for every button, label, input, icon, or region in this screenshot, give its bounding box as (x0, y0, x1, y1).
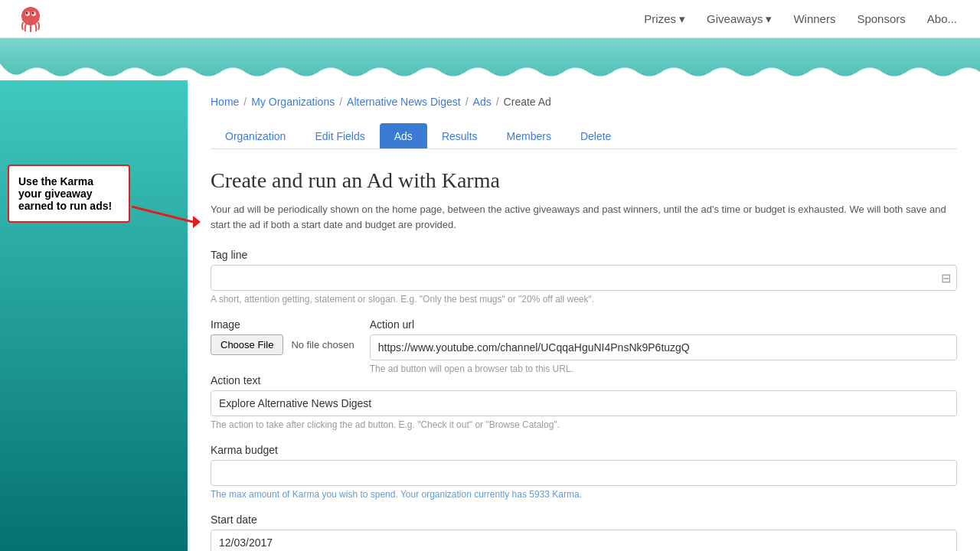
tag-line-group: Tag line ⊟ A short, attention getting, s… (211, 249, 957, 305)
page-title: Create and run an Ad with Karma (211, 168, 957, 193)
breadcrumb-my-organizations[interactable]: My Organizations (251, 96, 335, 108)
tag-line-input[interactable] (211, 265, 957, 291)
file-name-text: No file chosen (291, 339, 354, 350)
tag-line-input-wrapper: ⊟ (211, 265, 957, 291)
action-url-hint: The ad button will open a browser tab to… (370, 364, 957, 374)
tab-results[interactable]: Results (427, 123, 492, 148)
breadcrumb-current: Create Ad (504, 96, 551, 108)
action-url-label: Action url (370, 318, 957, 331)
nav-links: Prizes ▾ Giveaways ▾ Winners Sponsors Ab… (636, 8, 965, 31)
nav-sponsors[interactable]: Sponsors (849, 8, 913, 30)
choose-file-button[interactable]: Choose File (211, 334, 283, 355)
karma-budget-label: Karma budget (211, 444, 957, 456)
svg-point-3 (26, 11, 28, 14)
wave-banner (0, 38, 980, 80)
file-row: Choose File No file chosen (211, 334, 354, 355)
svg-point-0 (21, 7, 40, 25)
main-content: Home / My Organizations / Alternative Ne… (188, 80, 980, 551)
breadcrumb-org-name[interactable]: Alternative News Digest (347, 96, 461, 108)
arrow-svg (132, 199, 208, 230)
brand-icon (15, 4, 46, 34)
tab-organization[interactable]: Organization (211, 123, 300, 148)
brand-logo[interactable] (15, 4, 46, 34)
karma-budget-group: Karma budget The max amount of Karma you… (211, 444, 957, 500)
start-date-group: Start date (211, 514, 957, 551)
text-count-icon: ⊟ (941, 271, 951, 285)
image-section: Image Choose File No file chosen (211, 318, 354, 355)
tab-edit-fields[interactable]: Edit Fields (300, 123, 379, 148)
dropdown-arrow-icon: ▾ (679, 12, 685, 26)
action-url-section: Action url The ad button will open a bro… (370, 318, 957, 374)
action-text-group: Action text The action to take after cli… (211, 374, 957, 430)
breadcrumb-home[interactable]: Home (211, 96, 239, 108)
nav-about[interactable]: Abo... (920, 8, 965, 30)
dropdown-arrow-icon: ▾ (766, 12, 772, 26)
karma-budget-hint: The max amount of Karma you wish to spen… (211, 489, 957, 500)
svg-point-4 (32, 11, 34, 14)
page-layout: Use the Karma your giveaway earned to ru… (0, 80, 980, 551)
wave-svg (0, 64, 980, 80)
start-date-label: Start date (211, 514, 957, 526)
image-action-row: Image Choose File No file chosen Action … (211, 318, 957, 374)
image-label: Image (211, 318, 354, 331)
page-description: Your ad will be periodically shown on th… (211, 202, 957, 232)
navbar: Prizes ▾ Giveaways ▾ Winners Sponsors Ab… (0, 0, 980, 38)
nav-prizes[interactable]: Prizes ▾ (636, 8, 693, 31)
svg-line-5 (132, 207, 193, 222)
action-text-input[interactable] (211, 390, 957, 416)
nav-winners[interactable]: Winners (786, 8, 843, 30)
breadcrumb-sep-3: / (466, 96, 469, 108)
breadcrumb-ads[interactable]: Ads (473, 96, 492, 108)
action-text-hint: The action to take after clicking the ad… (211, 419, 957, 430)
start-date-input[interactable] (211, 530, 957, 551)
tab-delete[interactable]: Delete (566, 123, 626, 148)
tab-ads[interactable]: Ads (380, 123, 427, 148)
nav-giveaways[interactable]: Giveaways ▾ (699, 8, 779, 31)
action-url-input[interactable] (370, 334, 957, 360)
callout-box: Use the Karma your giveaway earned to ru… (8, 165, 130, 223)
breadcrumb: Home / My Organizations / Alternative Ne… (211, 96, 957, 108)
breadcrumb-sep-1: / (243, 96, 247, 108)
tag-line-hint: A short, attention getting, statement or… (211, 294, 957, 305)
callout-arrow (132, 199, 208, 233)
action-text-label: Action text (211, 374, 957, 386)
breadcrumb-sep-2: / (339, 96, 342, 108)
karma-budget-input[interactable] (211, 460, 957, 486)
tab-bar: Organization Edit Fields Ads Results Mem… (211, 123, 957, 149)
breadcrumb-sep-4: / (496, 96, 499, 108)
tag-line-label: Tag line (211, 249, 957, 261)
svg-marker-6 (193, 216, 201, 228)
sidebar: Use the Karma your giveaway earned to ru… (0, 80, 188, 551)
tab-members[interactable]: Members (492, 123, 566, 148)
